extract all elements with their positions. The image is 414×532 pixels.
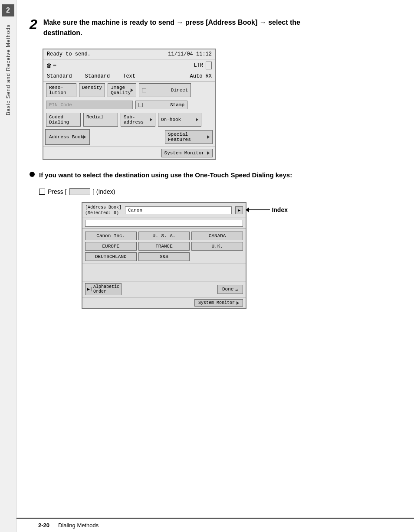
ab-return-icon: ↵ — [235, 287, 238, 292]
mode-standard1: Standard — [47, 73, 72, 79]
fax-screen-1: Ready to send. 11/11/04 11:12 ☎ = LTR St… — [43, 49, 216, 160]
mode-auto-rx: Auto RX — [190, 73, 212, 79]
ab-header: [Address Book] (Selected: 0) Canon ▶ — [82, 203, 246, 218]
ab-destination-s-and-s[interactable]: S&S — [138, 252, 190, 261]
step-heading: 2 Make sure the machine is ready to send… — [30, 17, 392, 38]
btn-subaddress[interactable]: Sub-address — [121, 113, 155, 127]
btn-image-quality[interactable]: ImageQuality — [108, 83, 136, 97]
btn-density[interactable]: Density — [79, 83, 105, 97]
ab-footer: ▶| AlphabeticOrder Done ↵ — [82, 281, 246, 297]
footer-text: Dialing Methods — [58, 522, 99, 529]
ab-text-input[interactable] — [85, 220, 243, 227]
press-index-line: Press [ ] (Index) — [39, 188, 392, 195]
ab-system-monitor-row: System Monitor — [82, 297, 246, 308]
btn-address-book[interactable]: Address Book — [45, 129, 90, 145]
paper-icon — [206, 62, 212, 69]
ab-destinations-grid: Canon Inc. U. S. A. CANADA EUROPE FRANCE… — [82, 229, 246, 264]
step-number: 2 — [30, 17, 37, 31]
ab-destination-deutschland[interactable]: DEUTSCHLAND — [85, 252, 137, 261]
bullet-text: If you want to select the destination us… — [39, 170, 292, 180]
sidebar-label: Basic Send and Receive Methods — [5, 24, 11, 115]
ab-destination-empty — [191, 252, 243, 261]
bullet-section: If you want to select the destination us… — [30, 170, 392, 180]
footer-page-number: 2-20 — [38, 522, 49, 529]
fax-icon: ☎ — [47, 61, 51, 70]
press-prefix: Press [ — [48, 188, 67, 195]
ab-header-title: [Address Book] (Selected: 0) — [85, 205, 122, 216]
ab-destination-canon-inc[interactable]: Canon Inc. — [85, 232, 137, 240]
btn-resolution[interactable]: Reso-lution — [46, 83, 76, 97]
sidebar-number: 2 — [2, 4, 14, 16]
index-label-container: Index — [246, 206, 288, 213]
system-monitor-arrow — [237, 301, 239, 305]
step-text: Make sure the machine is ready to send →… — [43, 17, 338, 38]
mode-standard2: Standard — [85, 73, 110, 79]
ab-order-label: AlphabeticOrder — [93, 284, 119, 294]
screen-mode-row: Standard Standard Text Auto RX — [43, 72, 215, 82]
ab-footer-left: ▶| AlphabeticOrder — [85, 283, 122, 295]
page-footer: 2-20 Dialing Methods — [16, 518, 414, 532]
btn-on-hook[interactable]: On-hook — [158, 113, 201, 127]
index-key[interactable] — [69, 188, 90, 195]
address-book-screen: [Address Book] (Selected: 0) Canon ▶ Can… — [82, 202, 246, 309]
btn-pin-code[interactable]: PIN Code — [46, 101, 133, 109]
sidebar: 2 Basic Send and Receive Methods — [0, 0, 16, 532]
ab-arrow-btn[interactable]: ▶ — [235, 206, 243, 214]
checkbox-icon — [39, 189, 45, 195]
index-label-text: Index — [272, 206, 288, 213]
ab-destination-uk[interactable]: U.K. — [191, 242, 243, 251]
paper-size: LTR — [194, 62, 203, 69]
ab-destination-france[interactable]: FRANCE — [138, 242, 190, 251]
press-suffix: ] (Index) — [93, 188, 115, 195]
btn-special-features[interactable]: SpecialFeatures — [165, 130, 213, 144]
main-content: 2 Make sure the machine is ready to send… — [16, 0, 414, 532]
ab-input-row — [82, 218, 246, 229]
btn-stamp[interactable]: Stamp — [135, 101, 187, 109]
mode-text: Text — [123, 73, 135, 79]
ab-destination-usa[interactable]: U. S. A. — [138, 232, 190, 240]
ab-order-icon: ▶| — [87, 287, 92, 292]
btn-direct[interactable]: Direct — [139, 83, 191, 97]
screen-status-row: Ready to send. 11/11/04 11:12 — [43, 49, 215, 59]
ab-done-btn[interactable]: Done ↵ — [217, 285, 243, 294]
equals-sign: = — [53, 62, 56, 69]
btn-coded-dialing[interactable]: CodedDialing — [46, 113, 81, 127]
ab-destination-europe[interactable]: EUROPE — [85, 242, 137, 251]
index-arrow-line — [246, 209, 270, 210]
ab-alphabetic-order-btn[interactable]: ▶| AlphabeticOrder — [85, 283, 122, 295]
index-arrow-head — [246, 207, 249, 212]
ab-done-label: Done — [222, 287, 233, 292]
bullet-icon — [30, 172, 35, 177]
ab-destination-canada[interactable]: CANADA — [191, 232, 243, 240]
bullet-item: If you want to select the destination us… — [30, 170, 392, 180]
ab-search-box[interactable]: Canon — [125, 206, 232, 214]
screen-status: Ready to send. — [47, 51, 91, 57]
btn-system-monitor-1[interactable]: System Monitor — [161, 149, 213, 157]
btn-redial[interactable]: Redial — [83, 113, 118, 127]
screen-datetime: 11/11/04 11:12 — [168, 51, 212, 57]
btn-system-monitor-2[interactable]: System Monitor — [194, 299, 243, 307]
ab-spacer — [82, 264, 246, 281]
